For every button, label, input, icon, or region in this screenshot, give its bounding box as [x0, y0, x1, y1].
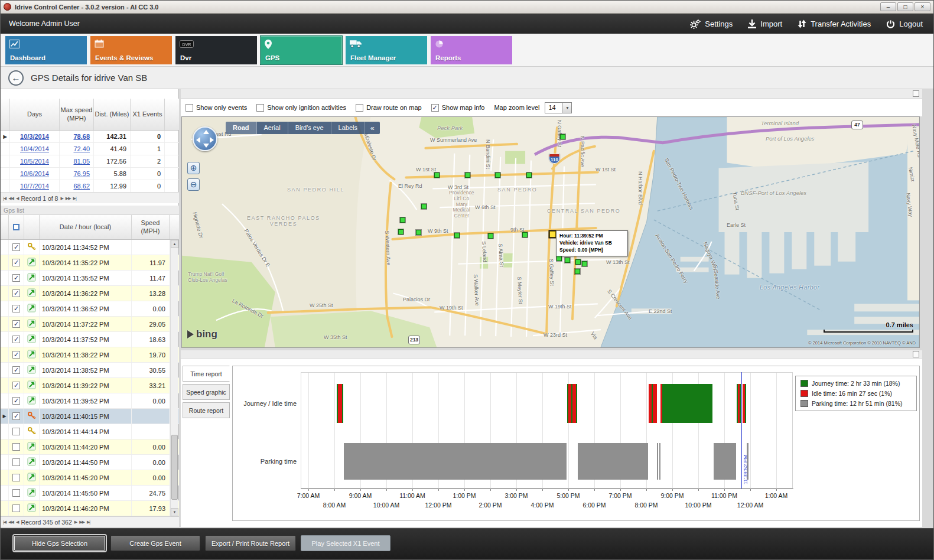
zoom-out-button[interactable]: ⊖ [187, 178, 200, 191]
checkbox-box[interactable] [186, 104, 193, 112]
gps-col-date-hour-local[interactable]: Date / hour (local) [40, 215, 132, 239]
transfer-activities-button[interactable]: Transfer Activities [798, 19, 871, 28]
day-link[interactable]: 10/3/2014 [20, 133, 49, 140]
scroll-up-button[interactable]: ▲ [171, 240, 178, 248]
row-checkbox[interactable]: ✓ [12, 289, 20, 297]
day-link[interactable]: 10/6/2014 [20, 170, 49, 177]
minimize-button[interactable]: – [880, 2, 896, 11]
map-nav-collapse-button[interactable]: « [365, 124, 380, 132]
gps-list-row[interactable]: 10/3/2014 11:45:20 PM0.00 [1, 470, 179, 486]
gps-list-row[interactable]: ✓10/3/2014 11:35:52 PM11.47 [1, 271, 179, 286]
map-style-labels[interactable]: Labels [331, 122, 365, 134]
tab-dashboard[interactable]: Dashboard [5, 36, 87, 64]
gps-marker[interactable] [575, 269, 580, 274]
hide-gps-selection-button[interactable]: Hide Gps Selection [14, 535, 106, 551]
gps-marker[interactable] [495, 172, 500, 178]
row-checkbox[interactable]: ✓ [12, 382, 20, 389]
play-selected-x1-event-button[interactable]: Play Selected X1 Event [301, 535, 390, 551]
pager-first-button[interactable]: |◀ [3, 196, 6, 201]
pager-last-button[interactable]: ▶| [87, 520, 90, 525]
maximize-button[interactable]: □ [897, 2, 913, 11]
chart-tab-time-report[interactable]: Time report [183, 366, 230, 382]
tab-fleet[interactable]: Fleet Manager [346, 36, 427, 64]
zoom-in-button[interactable]: ⊕ [187, 162, 200, 174]
back-button[interactable]: ← [8, 70, 24, 86]
pager-prevpage-button[interactable]: ◀◀ [8, 196, 14, 201]
gps-list-row[interactable]: ✓10/3/2014 11:39:22 PM33.21 [1, 378, 179, 393]
logout-button[interactable]: Logout [886, 19, 923, 28]
settings-button[interactable]: Settings [690, 19, 733, 29]
gps-marker[interactable] [454, 233, 460, 238]
import-button[interactable]: Import [748, 19, 782, 28]
row-checkbox[interactable]: ✓ [12, 320, 20, 328]
gps-col-icon[interactable] [24, 215, 40, 239]
tab-gps[interactable]: GPS [261, 36, 342, 64]
info-report-row[interactable]: 10/4/201472.4041.491 [1, 143, 179, 155]
pager-nextpage-button[interactable]: ▶▶ [66, 196, 71, 201]
tab-reports[interactable]: Reports [431, 36, 512, 64]
row-checkbox[interactable] [12, 443, 20, 451]
scrollbar-thumb[interactable] [171, 435, 178, 500]
row-checkbox[interactable]: ✓ [12, 351, 20, 359]
compass-control[interactable] [193, 126, 217, 151]
gps-marker[interactable] [526, 172, 532, 178]
close-button[interactable]: × [915, 2, 930, 11]
pager-prev-button[interactable]: ◀ [16, 196, 18, 201]
info-col-dist-miles[interactable]: Dist. (Miles) [94, 99, 131, 130]
gps-marker[interactable] [522, 232, 528, 237]
selected-gps-marker[interactable] [549, 231, 556, 237]
map-canvas[interactable]: Peck ParkCrest RdW Summerland AveN Bandi… [181, 116, 920, 348]
gps-list-row[interactable]: 10/3/2014 11:46:20 PM17.93 [1, 501, 179, 516]
max-speed-link[interactable]: 81.05 [73, 158, 90, 165]
info-col-indicator[interactable] [1, 99, 10, 130]
export-print-route-report-button[interactable]: Export / Print Route Report [205, 535, 296, 551]
row-checkbox[interactable]: ✓ [12, 305, 20, 312]
pager-prevpage-button[interactable]: ◀◀ [8, 520, 14, 525]
gps-list-row[interactable]: ✓10/3/2014 11:36:52 PM0.00 [1, 301, 179, 317]
gps-marker[interactable] [416, 230, 421, 235]
checkbox-box[interactable] [356, 104, 363, 112]
pager-next-button[interactable]: ▶ [60, 196, 63, 201]
map-style-bird-s-eye[interactable]: Bird's eye [288, 122, 331, 134]
gps-marker[interactable] [565, 258, 570, 263]
max-speed-link[interactable]: 72.40 [73, 145, 90, 152]
gps-marker[interactable] [421, 204, 427, 209]
pager-next-button[interactable]: ▶ [74, 520, 77, 525]
chevron-down-icon[interactable]: ▼ [562, 103, 571, 113]
gps-col-speed-mph[interactable]: Speed (MPH) [132, 215, 170, 239]
row-checkbox[interactable] [12, 474, 20, 481]
gps-list-row[interactable]: ✓10/3/2014 11:36:22 PM13.28 [1, 286, 179, 301]
row-checkbox[interactable] [12, 489, 20, 497]
row-checkbox[interactable]: ✓ [12, 397, 20, 405]
pager-prev-button[interactable]: ◀ [16, 520, 18, 525]
gps-marker[interactable] [465, 172, 470, 178]
scroll-down-button[interactable]: ▼ [171, 508, 178, 516]
tab-events[interactable]: Events & Reviews [90, 36, 172, 64]
zoom-level-select[interactable]: 14 ▼ [545, 102, 572, 113]
info-report-row[interactable]: ▶10/3/201478.68142.310 [1, 131, 179, 143]
gps-col-indicator[interactable] [1, 215, 9, 239]
create-gps-event-button[interactable]: Create Gps Event [110, 535, 200, 551]
pager-last-button[interactable]: ▶| [73, 196, 76, 201]
checkbox-box[interactable]: ✓ [431, 104, 439, 112]
info-report-row[interactable]: 10/7/201468.6212.990 [1, 180, 179, 193]
gps-list-scrollbar[interactable]: ▲ ▼ [170, 240, 178, 516]
gps-list-row[interactable]: ✓10/3/2014 11:38:22 PM19.70 [1, 347, 179, 363]
gps-list-row[interactable]: 10/3/2014 11:44:20 PM0.00 [1, 439, 179, 455]
gps-marker[interactable] [557, 256, 562, 261]
info-report-row[interactable]: 10/5/201481.05172.562 [1, 155, 179, 168]
gps-marker[interactable] [398, 229, 403, 235]
checkbox-draw-route-on-map[interactable]: Draw route on map [356, 104, 422, 112]
gps-list-row[interactable]: ✓10/3/2014 11:34:52 PM [1, 240, 179, 255]
chart-tab-route-report[interactable]: Route report [183, 402, 230, 418]
max-speed-link[interactable]: 78.68 [73, 133, 90, 140]
gps-marker[interactable] [582, 261, 587, 266]
info-col-max-speed-mph[interactable]: Max speed (MPH) [60, 99, 94, 130]
chart-panel-collapse-button[interactable] [913, 351, 919, 357]
pager-first-button[interactable]: |◀ [3, 520, 6, 525]
row-checkbox[interactable]: ✓ [12, 274, 20, 282]
row-checkbox[interactable]: ✓ [12, 412, 20, 420]
day-link[interactable]: 10/4/2014 [20, 145, 49, 152]
gps-list-row[interactable]: ✓10/3/2014 11:37:52 PM18.63 [1, 332, 179, 347]
gps-list-row[interactable]: ✓10/3/2014 11:39:52 PM0.00 [1, 393, 179, 409]
